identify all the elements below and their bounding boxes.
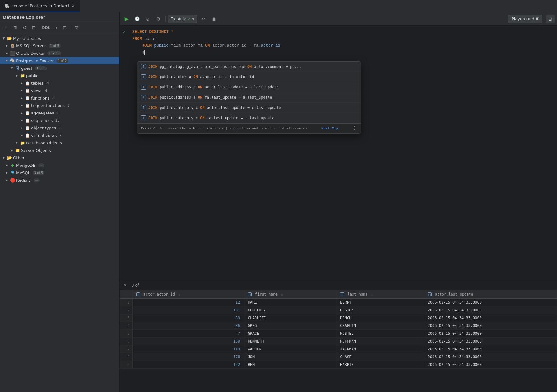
server-objects-folder[interactable]: 📁 Server Objects (0, 147, 119, 154)
history-button[interactable]: 🕐 (133, 15, 142, 23)
code-line-1: ✓ SELECT DISTINCT * (120, 29, 557, 35)
tables-label: tables (31, 81, 44, 86)
obj-chevron (20, 126, 24, 130)
first-name-header[interactable]: □ first_name ⇅ (244, 290, 336, 299)
first-name-cell: GRACE (244, 330, 336, 338)
obj-icon: 📋 (25, 125, 30, 130)
refresh-button[interactable]: ↺ (21, 24, 29, 32)
ddl-button[interactable]: DDL (42, 24, 50, 32)
table-row[interactable]: 1 12 KARL BERRY 2006-02-15 04:34:33.0000 (120, 299, 557, 306)
pin-button[interactable]: ⊞ (11, 24, 19, 32)
last-name-cell: CHAPLIN (336, 322, 424, 330)
run-button[interactable]: ▶ (122, 15, 131, 23)
ac-table-icon-5: T (141, 105, 146, 110)
last-name-cell: DENCH (336, 314, 424, 322)
postgres-icon: 🐘 (4, 3, 10, 8)
sql-editor-button[interactable]: ⊡ (61, 24, 69, 32)
ac-item-2[interactable]: T JOIN public.actor a ON a.actor_id = fa… (137, 72, 361, 82)
other-icon: 📂 (7, 155, 12, 160)
postgres-item[interactable]: 🐘 Postgres in Docker 1 of 2 (0, 57, 119, 64)
ac-item-6[interactable]: T JOIN public.category c ON fa.last_upda… (137, 113, 361, 123)
playground-dropdown[interactable]: Playground ▼ (508, 15, 542, 23)
redis-badge: ··· (34, 178, 40, 182)
jump-button[interactable]: → (51, 24, 59, 32)
dbobj-label: Database Objects (26, 141, 62, 145)
virtual-views-folder[interactable]: 📋 virtual views 7 (0, 132, 119, 139)
tables-chevron (20, 81, 24, 85)
explain-button[interactable]: ⊙ (143, 15, 152, 23)
ac-item-4[interactable]: T JOIN public.address a ON fa.last_updat… (137, 92, 361, 103)
undo-button[interactable]: ↩ (199, 15, 208, 23)
ac-item-3[interactable]: T JOIN public.address a ON actor.last_up… (137, 82, 361, 92)
last-update-header[interactable]: □ actor.last_update (424, 290, 557, 299)
views-folder[interactable]: 📋 views 4 (0, 87, 119, 94)
playground-chevron-icon: ▼ (536, 16, 539, 21)
row-number: 2 (120, 306, 132, 314)
table-row[interactable]: 3 89 CHARLIZE DENCH 2006-02-15 04:34:33.… (120, 314, 557, 322)
ac-text-1: JOIN pg_catalog.pg_available_extensions … (148, 63, 301, 70)
select-keyword: SELECT (132, 29, 147, 35)
add-connection-button[interactable]: + (2, 24, 10, 32)
ac-item-1[interactable]: T JOIN pg_catalog.pg_available_extension… (137, 62, 361, 72)
agg-count: 1 (57, 111, 59, 115)
table-row[interactable]: 7 119 WARREN JACKMAN 2006-02-15 04:34:33… (120, 345, 557, 353)
row-number: 5 (120, 330, 132, 338)
ac-table-icon-4: T (141, 95, 146, 100)
filter-button[interactable]: ▽ (73, 24, 81, 32)
table-row[interactable]: 6 169 KENNETH HOFFMAN 2006-02-15 04:34:3… (120, 338, 557, 345)
other-chevron (2, 156, 6, 160)
ac-more-button[interactable]: ⋮ (352, 125, 357, 132)
aggregates-folder[interactable]: 📋 aggregates 1 (0, 109, 119, 117)
results-table: □ actor.actor_id ⇅ □ first_name ⇅ (120, 290, 557, 369)
actor-id-header[interactable]: □ actor.actor_id ⇅ (132, 290, 244, 299)
actor-id-ref: .actor_id (259, 42, 280, 49)
table-row[interactable]: 8 176 JON CHASE 2006-02-15 04:34:33.0000 (120, 353, 557, 361)
tx-dropdown[interactable]: Tx: Auto ✓ ▼ (168, 15, 197, 23)
last-name-header[interactable]: □ last_name ⇅ (336, 290, 424, 299)
console-tab[interactable]: 🐘 console [Postgres in Docker] ✕ (0, 0, 80, 12)
toolbar-sep-1 (165, 16, 166, 22)
next-tip-button[interactable]: Next Tip (321, 125, 338, 132)
folder-open-icon: 📂 (7, 36, 12, 41)
other-folder[interactable]: 📂 Other (0, 154, 119, 161)
ac-item-5[interactable]: T JOIN public.category c ON actor.last_u… (137, 103, 361, 113)
table-row[interactable]: 5 7 GRACE MOSTEL 2006-02-15 04:34:33.000… (120, 330, 557, 338)
seq-label: sequences (31, 118, 53, 123)
mssql-server-item[interactable]: 🗄 MS SQL Server 1 of 5 (0, 42, 119, 49)
editor-content[interactable]: ✓ SELECT DISTINCT * FROM actor JOIN publ… (120, 26, 557, 280)
table-row[interactable]: 2 151 GEOFFREY HESTON 2006-02-15 04:34:3… (120, 306, 557, 314)
tx-check: ✓ (188, 17, 191, 21)
sort-icon-actor-id: ⇅ (178, 293, 180, 296)
trigger-functions-folder[interactable]: 📋 trigger functions 1 (0, 102, 119, 109)
cursor (144, 50, 145, 55)
tables-folder[interactable]: 📋 tables 26 (0, 79, 119, 87)
oracle-item[interactable]: ⬛ Oracle Docker 1 of 17 (0, 49, 119, 57)
schema-button[interactable]: ⊟ (30, 24, 38, 32)
col-icon-first-name: □ (248, 292, 252, 296)
editor-area: ✓ SELECT DISTINCT * FROM actor JOIN publ… (120, 26, 557, 392)
settings-button[interactable]: ⚙ (154, 15, 163, 23)
redis-item[interactable]: 🔴 Redis 7 ··· (0, 176, 119, 184)
functions-folder[interactable]: 📋 functions 8 (0, 94, 119, 102)
stop-button[interactable]: ⏹ (209, 15, 218, 23)
database-objects-folder[interactable]: 📁 Database Objects (0, 139, 119, 147)
object-types-folder[interactable]: 📋 object types 2 (0, 124, 119, 132)
results-table-wrapper[interactable]: □ actor.actor_id ⇅ □ first_name ⇅ (120, 290, 557, 392)
main-layout: Database Explorer + ⊞ ↺ ⊟ DDL → ⊡ ▽ 📂 My… (0, 12, 557, 392)
last-update-cell: 2006-02-15 04:34:33.0000 (424, 353, 557, 361)
right-panel: ▶ 🕐 ⊙ ⚙ Tx: Auto ✓ ▼ ↩ ⏹ Playground ▼ ⊞ (120, 12, 557, 392)
postgres-chevron (5, 59, 9, 63)
tab-close-button[interactable]: ✕ (71, 4, 75, 8)
results-close-button[interactable]: ✕ (122, 282, 129, 288)
last-name-cell: HESTON (336, 306, 424, 314)
mongodb-item[interactable]: ◆ MongoDB ··· (0, 161, 119, 169)
my-databases-folder[interactable]: 📂 My databases (0, 35, 119, 42)
table-row[interactable]: 4 86 GREG CHAPLIN 2006-02-15 04:34:33.00… (120, 322, 557, 330)
guest-schema-item[interactable]: 🗄 guest 1 of 3 (0, 64, 119, 72)
table-row[interactable]: 9 152 BEN HARRIS 2006-02-15 04:34:33.000… (120, 361, 557, 369)
ac-text-6: JOIN public.category c ON fa.last_update… (148, 114, 274, 121)
mysql-item[interactable]: 🐬 MySQL 3 of 5 (0, 169, 119, 176)
grid-view-button[interactable]: ⊞ (546, 15, 555, 23)
public-schema-item[interactable]: 📁 public (0, 72, 119, 79)
sequences-folder[interactable]: 📋 sequences 13 (0, 117, 119, 124)
